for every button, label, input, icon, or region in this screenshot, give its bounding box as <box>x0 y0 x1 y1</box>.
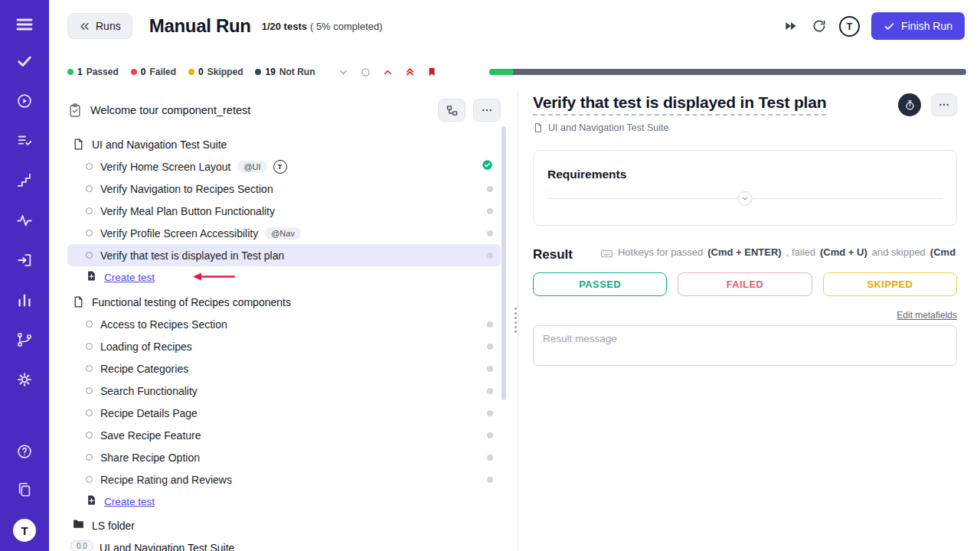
test-row[interactable]: Recipe Rating and Reviews <box>67 468 501 491</box>
test-row[interactable]: Verify Meal Plan Button Functionality <box>67 200 501 222</box>
failed-count: 0 <box>141 67 146 77</box>
suite-row[interactable]: Functional testing of Recipes components <box>67 291 501 313</box>
menu-icon[interactable] <box>15 15 34 34</box>
test-bullet-icon <box>86 476 93 483</box>
group-view-button[interactable] <box>438 99 466 122</box>
page-title: Manual Run <box>149 15 251 37</box>
hotkey-combo: (Cmd + ENTER) <box>707 246 781 258</box>
panel-resize-handle[interactable] <box>514 308 517 333</box>
test-bullet-icon <box>86 163 93 170</box>
test-row[interactable]: Search Functionality <box>67 380 501 402</box>
branch-icon[interactable] <box>15 331 34 349</box>
settings-gear-icon[interactable] <box>15 370 34 389</box>
help-icon[interactable] <box>15 442 34 461</box>
test-title[interactable]: Verify that test is displayed in Test pl… <box>533 93 826 116</box>
hotkey-combo: (Cmd ... <box>930 246 957 258</box>
back-to-runs-button[interactable]: Runs <box>67 13 132 39</box>
edit-metafields-link[interactable]: Edit metafields <box>897 310 957 321</box>
test-row[interactable]: Verify Navigation to Recipes Section <box>67 178 501 200</box>
create-test-row: Create test <box>67 491 501 513</box>
breadcrumb-label: UI and Navigation Test Suite <box>548 122 669 133</box>
notrun-dot-icon <box>487 344 493 350</box>
notrun-dot-icon <box>487 321 493 328</box>
test-bullet-icon <box>86 230 93 236</box>
test-row[interactable]: Verify Profile Screen Accessibility @Nav <box>67 222 501 244</box>
failed-counter: 0 Failed <box>131 67 176 77</box>
back-to-runs-label: Runs <box>96 20 121 32</box>
sidebar-nav <box>15 52 34 389</box>
notrun-dot-icon <box>487 388 493 394</box>
test-label: Recipe Rating and Reviews <box>100 474 232 486</box>
bookmark-icon[interactable] <box>425 65 439 79</box>
circle-marker-icon[interactable] <box>358 65 372 79</box>
suite-row[interactable]: UI and Navigation Test Suite <box>67 133 501 155</box>
requirements-card: Requirements <box>533 150 957 226</box>
detail-header-buttons <box>898 93 957 116</box>
runs-play-icon[interactable] <box>15 92 34 110</box>
test-row[interactable]: Recipe Details Page <box>67 402 501 424</box>
detail-more-button[interactable] <box>931 93 957 116</box>
test-tree: UI and Navigation Test Suite Verify Home… <box>67 133 501 551</box>
failed-button[interactable]: FAILED <box>678 272 812 296</box>
test-label: Verify Profile Screen Accessibility <box>100 227 258 240</box>
result-message-input[interactable] <box>533 325 957 366</box>
test-bullet-icon <box>86 185 93 192</box>
test-row-selected[interactable]: Verify that test is displayed in Test pl… <box>67 244 501 266</box>
suite-row[interactable]: UI and Navigation Test Suite <box>67 536 501 551</box>
test-row[interactable]: Save Recipe Feature <box>67 424 501 446</box>
checklist-icon[interactable] <box>15 132 34 150</box>
sidebar-bottom <box>13 442 36 551</box>
create-test-link[interactable]: Create test <box>104 272 155 283</box>
document-icon <box>72 138 85 151</box>
finish-run-button[interactable]: Finish Run <box>871 12 965 40</box>
document-icon <box>72 295 85 308</box>
passed-counter: 1 Passed <box>67 67 119 77</box>
test-row[interactable]: Verify Home Screen Layout @UI <box>67 155 501 178</box>
test-bullet-icon <box>86 207 93 214</box>
notrun-dot-icon <box>487 230 493 236</box>
chart-icon[interactable] <box>15 291 34 309</box>
notrun-dot-icon <box>255 69 261 75</box>
timer-button[interactable] <box>898 93 921 116</box>
suite-label: UI and Navigation Test Suite <box>92 139 227 151</box>
test-row[interactable]: Share Recipe Option <box>67 446 501 468</box>
activity-icon[interactable] <box>15 211 34 230</box>
notrun-dot-icon <box>487 366 493 372</box>
brand-logo[interactable] <box>13 519 36 542</box>
passed-check-icon <box>482 159 493 174</box>
import-icon[interactable] <box>15 251 34 269</box>
collapse-toggle-icon[interactable] <box>738 191 753 206</box>
passed-button[interactable]: PASSED <box>533 272 667 296</box>
project-logo-icon[interactable] <box>839 16 860 37</box>
passed-label: Passed <box>87 67 119 77</box>
passed-dot-icon <box>67 69 74 75</box>
double-chevron-up-icon[interactable] <box>403 65 416 79</box>
topbar: Runs Manual Run 1/20 tests ( 5% complete… <box>49 0 980 52</box>
test-bullet-icon <box>86 432 93 439</box>
rerun-timer-icon[interactable] <box>811 18 828 34</box>
test-row[interactable]: Recipe Categories <box>67 357 501 380</box>
docs-icon[interactable] <box>15 481 34 499</box>
status-controls <box>336 65 439 79</box>
test-row[interactable]: Loading of Recipes <box>67 335 501 357</box>
suite-label: Functional testing of Recipes components <box>92 296 291 308</box>
requirements-title: Requirements <box>547 168 942 181</box>
tree-scrollbar[interactable] <box>501 126 506 400</box>
notrun-dot-icon <box>487 455 493 461</box>
create-test-link[interactable]: Create test <box>104 496 155 507</box>
chevron-down-icon[interactable] <box>336 65 350 79</box>
test-label: Recipe Categories <box>100 363 188 375</box>
skipped-button[interactable]: SKIPPED <box>823 272 957 296</box>
requirements-divider <box>547 198 942 199</box>
skipped-label: Skipped <box>207 67 243 77</box>
folder-row[interactable]: LS folder <box>67 514 501 536</box>
tree-more-button[interactable] <box>473 99 501 122</box>
fast-forward-icon[interactable] <box>782 18 799 34</box>
breadcrumb[interactable]: UI and Navigation Test Suite <box>533 122 957 133</box>
test-row[interactable]: Access to Recipes Section <box>67 313 501 335</box>
steps-icon[interactable] <box>15 171 34 190</box>
hotkey-text: Hotkeys for passed <box>618 246 703 258</box>
skipped-count: 0 <box>198 67 204 77</box>
chevron-up-icon[interactable] <box>381 65 394 79</box>
tests-check-icon[interactable] <box>15 52 34 70</box>
